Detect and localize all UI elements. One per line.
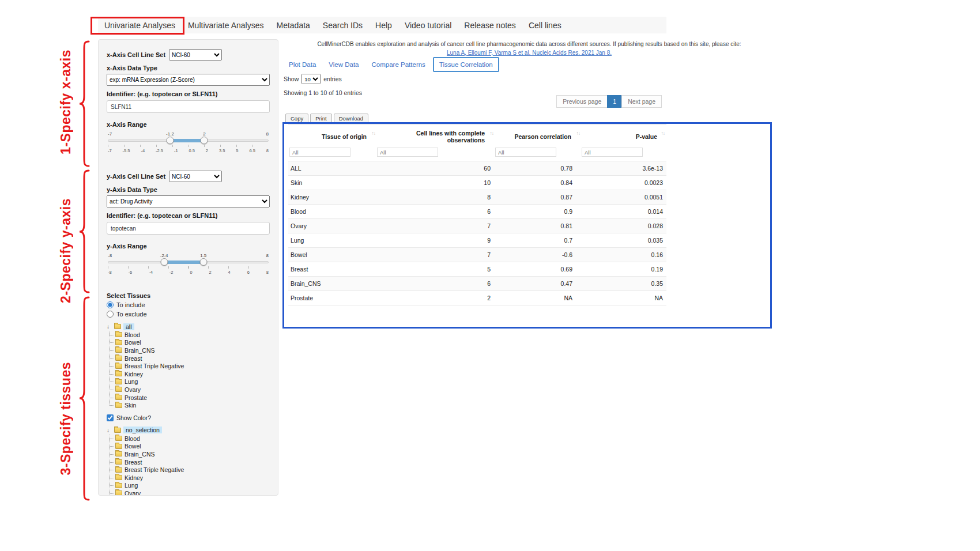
y-identifier-input[interactable]	[107, 222, 270, 235]
x-identifier-label: Identifier: (e.g. topotecan or SLFN11)	[107, 90, 270, 97]
x-cell-line-set-select[interactable]: NCI-60	[169, 49, 222, 61]
show-color-checkbox[interactable]	[107, 414, 114, 421]
pearson-cell: 0.87	[495, 190, 582, 205]
column-header[interactable]: Cell lines with complete observations↑↓	[377, 125, 495, 148]
tree-root-label[interactable]: no_selection	[123, 427, 162, 433]
filter-pearson-input[interactable]	[495, 148, 556, 157]
tree-item-tissue[interactable]: Blood	[109, 435, 270, 443]
result-tab[interactable]: View Data	[323, 58, 364, 71]
tree-item-label: Breast	[125, 355, 142, 362]
radio-to-include[interactable]: To include	[107, 301, 270, 308]
sort-icon[interactable]: ↑↓	[490, 130, 494, 136]
slider-high-handle[interactable]	[199, 258, 207, 266]
result-tab[interactable]: Tissue Correlation	[433, 57, 499, 72]
tick-label: 8	[266, 270, 269, 275]
table-row[interactable]: Ovary 7 0.81 0.028	[288, 219, 666, 233]
table-row[interactable]: Kidney 8 0.87 0.0051	[288, 190, 666, 205]
tree-item-tissue[interactable]: Breast	[109, 458, 270, 466]
tick-label: -7	[108, 148, 112, 153]
result-tab[interactable]: Plot Data	[284, 58, 321, 71]
slider-low-handle[interactable]	[166, 137, 174, 144]
previous-page-button[interactable]: Previous page	[556, 95, 608, 108]
filter-pvalue-input[interactable]	[582, 148, 643, 157]
pvalue-cell: 3.6e-13	[582, 161, 666, 176]
page-1-button[interactable]: 1	[607, 95, 622, 108]
tree-item-tissue[interactable]: Kidney	[109, 474, 270, 482]
tree-root-label[interactable]: all	[123, 323, 134, 330]
tree-item-tissue[interactable]: Blood	[109, 331, 270, 339]
tree-item-tissue[interactable]: Lung	[109, 378, 270, 386]
table-row[interactable]: Prostate 2 NA NA	[288, 291, 666, 305]
tissue-cell: Breast	[288, 262, 377, 277]
table-row[interactable]: Skin 10 0.84 0.0023	[288, 176, 666, 190]
sort-icon[interactable]: ↑↓	[372, 130, 376, 136]
filter-cell-lines-input[interactable]	[377, 148, 438, 157]
cell-lines-cell: 6	[377, 205, 495, 219]
x-data-type-select[interactable]: exp: mRNA Expression (Z-Score)	[107, 74, 270, 86]
nav-tab[interactable]: Univariate Analyses	[98, 21, 182, 30]
nav-tab[interactable]: Help	[369, 21, 398, 30]
column-header[interactable]: Pearson correlation↑↓	[495, 125, 582, 148]
tissue-cell: Bowel	[288, 248, 377, 262]
tick-label: 6	[247, 270, 250, 275]
table-row[interactable]: Brain_CNS 6 0.47 0.35	[288, 277, 666, 291]
x-identifier-input[interactable]	[107, 100, 270, 113]
slider-low-handle[interactable]	[160, 258, 168, 266]
slider-tick-labels: -8-6-4-202468	[108, 270, 269, 275]
y-data-type-select[interactable]: act: Drug Activity	[107, 195, 270, 207]
sort-icon[interactable]: ↑↓	[661, 130, 665, 136]
table-row[interactable]: ALL 60 0.78 3.6e-13	[288, 161, 666, 176]
tree-item-tissue[interactable]: Kidney	[109, 370, 270, 378]
table-row[interactable]: Breast 5 0.69 0.19	[288, 262, 666, 277]
show-color-row[interactable]: Show Color?	[107, 414, 270, 421]
tree-expand-icon[interactable]: ↓	[107, 323, 112, 330]
tree-item-tissue[interactable]: Prostate	[109, 394, 270, 402]
tree-item-tissue[interactable]: Breast Triple Negative	[109, 466, 270, 474]
table-row[interactable]: Blood 6 0.9 0.014	[288, 205, 666, 219]
table-row[interactable]: Lung 9 0.7 0.035	[288, 233, 666, 248]
entries-select[interactable]: 10	[301, 74, 321, 84]
tree-item-tissue[interactable]: Brain_CNS	[109, 346, 270, 354]
filter-tissue-input[interactable]	[289, 148, 350, 157]
y-range-slider[interactable]: -8 8 -2.4 1.5 -8-6-4-202468	[108, 253, 269, 280]
sort-icon[interactable]: ↑↓	[576, 130, 581, 136]
next-page-button[interactable]: Next page	[621, 95, 662, 108]
tree-item-tissue[interactable]: Skin	[109, 401, 270, 409]
tree-item-tissue[interactable]: Bowel	[109, 443, 270, 451]
table-row[interactable]: Bowel 7 -0.6 0.16	[288, 248, 666, 262]
tree-item-tissue[interactable]: Ovary	[109, 386, 270, 394]
tree-item-label: Blood	[125, 435, 140, 442]
folder-icon	[115, 379, 122, 384]
column-header[interactable]: P-value↑↓	[582, 125, 666, 148]
nav-tab[interactable]: Cell lines	[522, 21, 568, 30]
nav-tab[interactable]: Metadata	[270, 21, 316, 30]
tree-item-tissue[interactable]: Ovary	[109, 489, 270, 496]
column-header[interactable]: Tissue of origin↑↓	[288, 125, 377, 148]
tree-item-tissue[interactable]: Lung	[109, 482, 270, 490]
annotation-label-tissues: 3-Specify tissues	[58, 362, 74, 475]
slider-high-handle[interactable]	[201, 137, 208, 144]
tree-root-no-selection[interactable]: ↓ no_selection	[107, 426, 270, 435]
tree-item-tissue[interactable]: Breast	[109, 354, 270, 363]
pvalue-cell: 0.014	[582, 205, 666, 219]
nav-tab[interactable]: Search IDs	[316, 21, 369, 30]
tree-item-label: Kidney	[125, 371, 143, 378]
tree-expand-icon[interactable]: ↓	[107, 427, 112, 433]
nav-tab[interactable]: Video tutorial	[398, 21, 458, 30]
radio-to-exclude[interactable]: To exclude	[107, 311, 270, 318]
tree-item-tissue[interactable]: Breast Triple Negative	[109, 362, 270, 370]
nav-tab[interactable]: Release notes	[458, 21, 522, 30]
show-color-label: Show Color?	[116, 414, 151, 421]
result-tab[interactable]: Compare Patterns	[367, 58, 431, 71]
tree-item-tissue[interactable]: Brain_CNS	[109, 450, 270, 458]
citation-link[interactable]: Luna A, Elloumi F, Varma S et al. Nuclei…	[282, 49, 776, 57]
folder-icon	[115, 340, 122, 345]
to-include-radio[interactable]	[107, 301, 114, 308]
x-range-slider[interactable]: -7 8 -1.2 2 -7-5.5-4-2.5-10.523.556.58	[108, 131, 269, 158]
to-exclude-label: To exclude	[116, 311, 147, 318]
tree-root-all[interactable]: ↓ all	[107, 322, 270, 331]
nav-tab[interactable]: Multivariate Analyses	[182, 21, 270, 30]
to-exclude-radio[interactable]	[107, 311, 114, 318]
tree-item-tissue[interactable]: Bowel	[109, 339, 270, 347]
y-cell-line-set-select[interactable]: NCI-60	[169, 171, 222, 182]
